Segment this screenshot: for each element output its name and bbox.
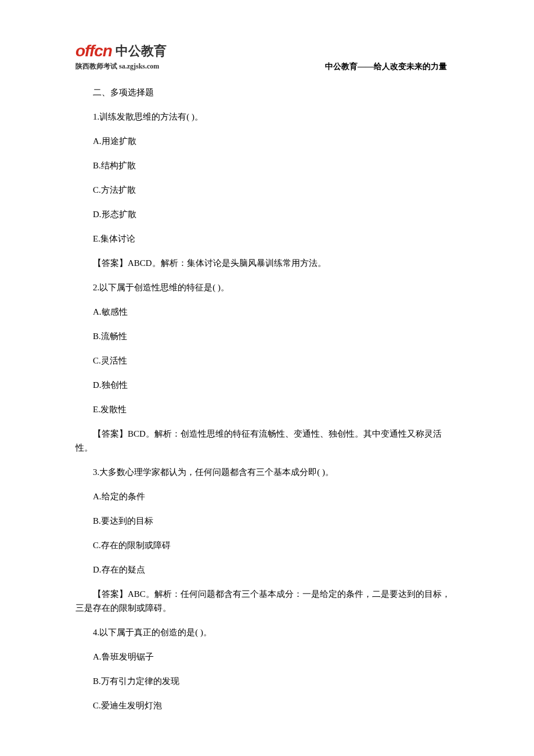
q4-option-a: A.鲁班发明锯子 — [75, 650, 459, 664]
q4-stem: 4.以下属于真正的创造的是( )。 — [75, 625, 459, 639]
q3-option-a: A.给定的条件 — [75, 489, 459, 503]
q2-option-e: E.发散性 — [75, 402, 459, 416]
document-content: 二、多项选择题 1.训练发散思维的方法有( )。 A.用途扩散 B.结构扩散 C… — [75, 85, 459, 712]
q2-option-a: A.敏感性 — [75, 305, 459, 319]
logo-subtitle: 陕西教师考试 sa.zgjsks.com — [75, 62, 167, 71]
logo-main: offcn 中公教育 — [75, 42, 167, 60]
q1-stem: 1.训练发散思维的方法有( )。 — [75, 110, 459, 124]
q3-answer: 【答案】ABC。解析：任何问题都含有三个基本成分：一是给定的条件，二是要达到的目… — [75, 587, 459, 615]
logo-english: offcn — [75, 42, 112, 60]
q1-option-b: B.结构扩散 — [75, 159, 459, 172]
document-page: offcn 中公教育 陕西教师考试 sa.zgjsks.com 中公教育——给人… — [0, 0, 534, 756]
section-title: 二、多项选择题 — [75, 85, 459, 99]
q1-option-e: E.集体讨论 — [75, 232, 459, 246]
header-slogan: 中公教育——给人改变未来的力量 — [325, 62, 447, 72]
q3-option-d: D.存在的疑点 — [75, 563, 459, 577]
q3-stem: 3.大多数心理学家都认为，任何问题都含有三个基本成分即( )。 — [75, 465, 459, 479]
q2-option-c: C.灵活性 — [75, 354, 459, 368]
q1-option-c: C.方法扩散 — [75, 183, 459, 197]
q1-option-d: D.形态扩散 — [75, 207, 459, 221]
q3-option-c: C.存在的限制或障碍 — [75, 538, 459, 552]
q1-option-a: A.用途扩散 — [75, 134, 459, 148]
q2-stem: 2.以下属于创造性思维的特征是( )。 — [75, 280, 459, 294]
q4-option-b: B.万有引力定律的发现 — [75, 674, 459, 688]
q2-option-d: D.独创性 — [75, 378, 459, 392]
logo-block: offcn 中公教育 陕西教师考试 sa.zgjsks.com — [75, 42, 167, 71]
q2-option-b: B.流畅性 — [75, 329, 459, 343]
q1-answer: 【答案】ABCD。解析：集体讨论是头脑风暴训练常用方法。 — [75, 256, 459, 270]
q2-answer: 【答案】BCD。解析：创造性思维的特征有流畅性、变通性、独创性。其中变通性又称灵… — [75, 427, 459, 455]
q4-option-c: C.爱迪生发明灯泡 — [75, 699, 459, 712]
page-header: offcn 中公教育 陕西教师考试 sa.zgjsks.com 中公教育——给人… — [75, 42, 459, 71]
logo-chinese: 中公教育 — [116, 42, 167, 60]
q3-option-b: B.要达到的目标 — [75, 514, 459, 528]
